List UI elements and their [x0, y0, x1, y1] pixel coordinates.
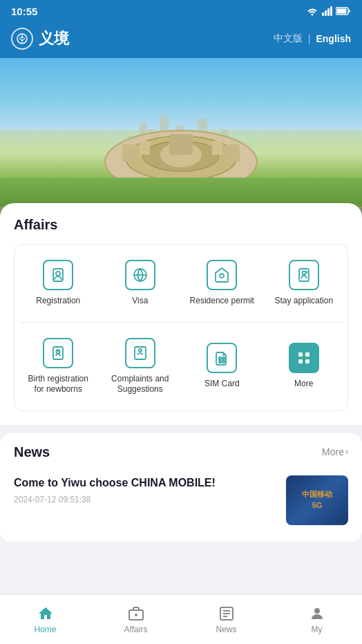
- grid-item-visa[interactable]: Visa: [102, 253, 179, 314]
- affairs-nav-label: Affairs: [124, 625, 148, 634]
- affairs-title: Affairs: [14, 217, 348, 233]
- grid-item-residence[interactable]: Residence permit: [184, 253, 260, 314]
- affairs-nav-icon: [128, 605, 144, 622]
- more-affairs-label: More: [294, 379, 313, 390]
- app-header: 义境 中文版 | English: [0, 22, 362, 58]
- status-bar: 10:55: [0, 0, 362, 22]
- svg-rect-29: [305, 352, 309, 357]
- svg-rect-31: [305, 359, 309, 363]
- grid-item-birth[interactable]: Birth registration for newborns: [20, 331, 97, 402]
- news-header: News More ›: [14, 444, 348, 460]
- nav-spacer: [0, 542, 362, 597]
- grid-item-stay[interactable]: Stay application: [266, 253, 343, 314]
- news-section: News More › Come to Yiwu choose CHINA MO…: [0, 433, 362, 542]
- main-card: Affairs Registration V: [0, 203, 362, 425]
- svg-rect-8: [169, 134, 193, 155]
- news-nav-icon: [218, 605, 235, 622]
- app-title: 义境: [39, 28, 69, 49]
- english-lang-btn[interactable]: English: [316, 33, 351, 44]
- bottom-nav: Home Affairs News My: [0, 594, 362, 644]
- news-more-link[interactable]: More ›: [322, 446, 348, 457]
- affairs-grid: Registration Visa Residence permit: [14, 244, 348, 411]
- sim-icon: [207, 343, 237, 373]
- hero-image: [0, 58, 362, 217]
- svg-rect-10: [226, 144, 240, 162]
- news-title: News: [14, 444, 50, 460]
- birth-label: Birth registration for newborns: [23, 374, 94, 395]
- more-arrow-icon: ›: [345, 447, 348, 457]
- svg-rect-28: [298, 352, 303, 357]
- svg-rect-1: [337, 9, 347, 14]
- battery-icon: [336, 7, 351, 15]
- complaints-label: Complaints and Suggestions: [105, 374, 176, 395]
- svg-rect-25: [222, 357, 225, 359]
- svg-point-23: [139, 349, 142, 352]
- news-thumbnail: 中国移动5G: [286, 475, 348, 525]
- svg-point-39: [314, 608, 320, 614]
- more-icon: [289, 343, 319, 373]
- nav-home[interactable]: Home: [0, 600, 90, 640]
- news-item-title: Come to Yiwu choose CHINA MOBILE!: [14, 475, 278, 491]
- visa-label: Visa: [132, 296, 148, 307]
- visa-icon: [125, 260, 155, 290]
- residence-icon: [207, 260, 237, 290]
- birth-icon: [43, 338, 73, 368]
- svg-rect-11: [140, 141, 150, 155]
- grid-item-registration[interactable]: Registration: [20, 253, 97, 314]
- svg-point-21: [57, 350, 59, 351]
- chinese-lang-btn[interactable]: 中文版: [274, 32, 303, 45]
- grid-item-more[interactable]: More: [266, 331, 343, 402]
- svg-rect-24: [219, 357, 221, 359]
- home-nav-label: Home: [34, 625, 56, 634]
- svg-rect-26: [219, 361, 221, 363]
- svg-point-16: [220, 274, 224, 278]
- language-switcher[interactable]: 中文版 | English: [274, 32, 351, 45]
- registration-label: Registration: [36, 296, 80, 307]
- complaints-icon: [125, 338, 155, 368]
- news-item[interactable]: Come to Yiwu choose CHINA MOBILE! 2024-0…: [14, 470, 348, 531]
- grid-item-sim[interactable]: SIM Card: [184, 331, 260, 402]
- status-icons: [306, 6, 351, 16]
- wifi-icon: [306, 6, 318, 16]
- news-item-date: 2024-07-12 09:51:38: [14, 495, 278, 504]
- grid-item-complaints[interactable]: Complaints and Suggestions: [102, 331, 179, 402]
- sim-label: SIM Card: [204, 379, 240, 390]
- grid-divider: [20, 322, 342, 323]
- my-nav-label: My: [312, 625, 323, 634]
- logo-area: 义境: [11, 28, 69, 50]
- status-time: 10:55: [11, 6, 37, 17]
- nav-news[interactable]: News: [181, 600, 272, 640]
- registration-icon: [43, 260, 73, 290]
- stay-icon: [289, 260, 319, 290]
- home-nav-icon: [37, 605, 54, 622]
- news-nav-label: News: [216, 625, 236, 634]
- news-text-area: Come to Yiwu choose CHINA MOBILE! 2024-0…: [14, 475, 278, 525]
- stay-label: Stay application: [274, 296, 333, 307]
- logo-icon: [11, 28, 33, 50]
- svg-rect-12: [212, 141, 222, 155]
- nav-my[interactable]: My: [272, 600, 362, 640]
- svg-rect-27: [222, 361, 225, 363]
- nav-affairs[interactable]: Affairs: [90, 600, 181, 640]
- svg-rect-9: [122, 144, 136, 162]
- my-nav-icon: [309, 605, 325, 622]
- svg-point-14: [56, 272, 60, 276]
- residence-label: Residence permit: [190, 296, 254, 307]
- signal-icon: [322, 6, 332, 16]
- svg-point-18: [302, 272, 305, 275]
- svg-rect-30: [298, 359, 303, 363]
- lang-divider: |: [308, 33, 311, 44]
